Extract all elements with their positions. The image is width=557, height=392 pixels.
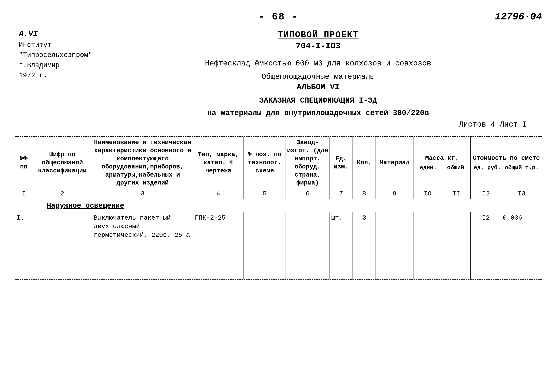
col-num-10: IO	[413, 189, 442, 199]
col-num-7: 7	[329, 189, 352, 199]
col-num-12: I2	[470, 189, 501, 199]
institute-name1: Институт	[19, 40, 94, 50]
th-type: Тип, марка, катал. № чертежа	[193, 137, 244, 189]
header-row: №№ пп Шифр по общесоюзной классификации …	[15, 137, 542, 189]
center-block: ТИПОВОЙ ПРОЕКТ 704-I-IO3 Нефтесклад ёмко…	[94, 28, 542, 129]
row1-cifr	[33, 212, 92, 241]
col-num-9: 9	[376, 189, 413, 199]
th-ed-izm: Ед. изм.	[329, 137, 352, 189]
th-material: Материал	[376, 137, 413, 189]
column-numbers-row: I 2 3 4 5 6 7 8 9 IO II I2 I3	[15, 189, 542, 199]
row1-material	[376, 212, 413, 241]
row1-ed-izm: шт.	[329, 212, 352, 241]
row1-zavod	[286, 212, 329, 241]
page-number: - 68 -	[15, 11, 542, 23]
specification-table: №№ пп Шифр по общесоюзной классификации …	[15, 136, 542, 280]
row1-stoi-ob: 0,036	[501, 212, 542, 241]
institute-city: г.Владимир	[19, 60, 94, 71]
col-num-11: II	[442, 189, 470, 199]
section-title: Наружное освещение	[15, 199, 542, 212]
row1-kol: 3	[353, 212, 376, 241]
col-num-5: 5	[244, 189, 286, 199]
row1-massa-ed	[413, 212, 442, 241]
row1-stoi-ed: I2	[470, 212, 501, 241]
main-title: ТИПОВОЙ ПРОЕКТ	[94, 30, 542, 40]
th-pos: № поз. по технолог. схеме	[244, 137, 286, 189]
row1-massa-ob	[442, 212, 470, 241]
row1-type: ГПК-2-25	[193, 212, 244, 241]
th-zavod: Завод-изгот. (для импорт. оборуд. страна…	[286, 137, 329, 189]
empty-row-1	[15, 241, 542, 279]
th-num: №№ пп	[15, 137, 33, 189]
subtitle: Нефтесклад ёмкостью 600 м3 для колхозов …	[94, 58, 542, 69]
col-num-13: I3	[501, 189, 542, 199]
institute-name2: "Типросельхозпром"	[19, 50, 94, 60]
col-num-2: 2	[33, 189, 92, 199]
col-num-4: 4	[193, 189, 244, 199]
row1-name: Выключатель пакетный двухполюсный гермет…	[92, 212, 193, 241]
spec-title-line1: ЗАКАЗНАЯ СПЕЦИФИКАЦИЯ I-ЭД	[94, 96, 542, 106]
doc-number: 12796·04	[495, 11, 542, 23]
institute-logo: А.VI	[19, 28, 94, 40]
project-code: 704-I-IO3	[94, 41, 542, 51]
th-cifr: Шифр по общесоюзной классификации	[33, 137, 92, 189]
section-title-row: Наружное освещение	[15, 199, 542, 212]
inner-table: №№ пп Шифр по общесоюзной классификации …	[15, 137, 542, 279]
institute-year: 1972 г.	[19, 71, 94, 81]
row1-pos	[244, 212, 286, 241]
sheets-info: Листов 4 Лист I	[94, 120, 542, 129]
spec-title-line2: на материалы для внутриплощадочных сетей…	[94, 108, 542, 118]
table-row: I. Выключатель пакетный двухполюсный гер…	[15, 212, 542, 241]
th-stoimost: Стоимость по смете ед. руб. общий т.р.	[470, 137, 542, 189]
page: - 68 - 12796·04 А.VI Институт "Типросель…	[0, 0, 557, 392]
th-name: Наименование и техническая характеристик…	[92, 137, 193, 189]
row1-num: I.	[15, 212, 33, 241]
left-block: А.VI Институт "Типросельхозпром" г.Влади…	[15, 28, 94, 129]
th-massa: Масса кг. един. общий	[413, 137, 471, 189]
header-section: А.VI Институт "Типросельхозпром" г.Влади…	[15, 28, 542, 129]
col-num-3: 3	[92, 189, 193, 199]
col-num-6: 6	[286, 189, 329, 199]
th-kol: Кол.	[353, 137, 376, 189]
album-prefix: Общеплощадочные материалы	[94, 73, 542, 81]
col-num-8: 8	[353, 189, 376, 199]
col-num-1: I	[15, 189, 33, 199]
album-title: АЛЬБОМ VI	[94, 83, 542, 92]
